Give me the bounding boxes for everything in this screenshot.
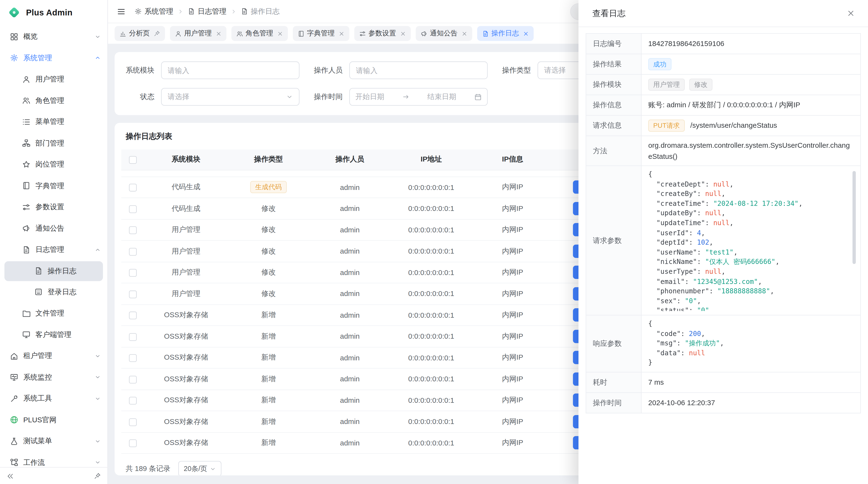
oplog-icon [34, 267, 42, 275]
sidebar-item-label: 客户端管理 [35, 330, 71, 340]
tab-notice[interactable]: 通知公告 [415, 26, 472, 41]
tab-user-management[interactable]: 用户管理 [170, 26, 226, 41]
row-checkbox[interactable] [129, 226, 137, 234]
scrollbar-thumb[interactable] [852, 171, 856, 264]
sidebar-item-login-log[interactable]: 登录日志 [0, 281, 107, 302]
sidebar-pin-icon[interactable] [94, 473, 101, 479]
user-icon [175, 30, 181, 37]
row-checkbox[interactable] [129, 269, 137, 277]
detail-label: 操作信息 [586, 95, 641, 116]
column-header[interactable]: IP地址 [390, 150, 472, 170]
log-icon [22, 246, 30, 254]
sidebar-item-role-management[interactable]: 角色管理 [0, 90, 107, 111]
cell-ip: 0:0:0:0:0:0:0:1 [390, 347, 472, 368]
column-header[interactable]: 操作类型 [227, 150, 310, 170]
row-checkbox[interactable] [129, 376, 137, 383]
detail-label: 操作模块 [586, 74, 641, 95]
sidebar-item-plus-website[interactable]: PLUS官网 [0, 409, 107, 430]
detail-tag: 修改 [689, 78, 712, 91]
filter-operation-time-daterange[interactable]: 开始日期结束日期 [349, 88, 488, 105]
detail-value: 账号: admin / 研发部门 / 0:0:0:0:0:0:0:1 / 内网I… [648, 101, 800, 109]
row-checkbox[interactable] [129, 397, 137, 405]
column-header[interactable]: 系统模块 [145, 150, 227, 170]
hamburger-menu-icon[interactable] [117, 7, 126, 16]
column-header[interactable]: 操作人员 [309, 150, 390, 170]
tab-label: 字典管理 [307, 29, 335, 38]
row-checkbox[interactable] [129, 333, 137, 341]
sidebar-item-system-management[interactable]: 系统管理 [0, 47, 107, 68]
sidebar-item-system-tools[interactable]: 系统工具 [0, 388, 107, 409]
cell-module: OSS对象存储 [145, 304, 227, 326]
column-header[interactable]: IP信息 [472, 150, 553, 170]
page-size-select[interactable]: 20条/页 [178, 461, 222, 476]
client-icon [22, 330, 30, 338]
tab-param-settings[interactable]: 参数设置 [354, 26, 410, 41]
op-type-text: 修改 [261, 225, 276, 233]
row-checkbox[interactable] [129, 418, 137, 426]
close-icon [339, 31, 344, 36]
oplog-icon [482, 30, 489, 37]
sidebar-item-file-management[interactable]: 文件管理 [0, 303, 107, 324]
sidebar-item-post-management[interactable]: 岗位管理 [0, 154, 107, 175]
detail-tag: 成功 [648, 58, 672, 70]
row-checkbox[interactable] [129, 205, 137, 213]
close-icon [400, 31, 406, 36]
tab-analysis[interactable]: 分析页 [115, 26, 165, 41]
sidebar-item-dict-management[interactable]: 字典管理 [0, 175, 107, 196]
row-checkbox[interactable] [129, 312, 137, 319]
filter-field-operation-time: 操作时间开始日期结束日期 [314, 88, 502, 105]
row-checkbox[interactable] [129, 440, 137, 447]
op-type-text: 修改 [261, 268, 276, 276]
overview-icon [10, 33, 18, 41]
cell-ip-info: 内网IP [472, 411, 553, 432]
filter-system-module-input[interactable] [161, 61, 300, 79]
row-checkbox[interactable] [129, 184, 137, 191]
sidebar-item-log-management[interactable]: 日志管理 [0, 239, 107, 260]
sidebar-item-dept-management[interactable]: 部门管理 [0, 133, 107, 154]
app-logo[interactable]: Plus Admin [0, 0, 107, 24]
tab-dict-management[interactable]: 字典管理 [292, 26, 349, 41]
sidebar: Plus Admin 概览系统管理用户管理角色管理菜单管理部门管理岗位管理字典管… [0, 0, 108, 484]
sidebar-item-operation-log[interactable]: 操作日志 [4, 261, 103, 281]
drawer-header: 查看日志 [579, 0, 868, 27]
breadcrumb-item[interactable]: 系统管理 [134, 6, 173, 16]
cell-operator: admin [309, 262, 390, 283]
total-records: 共 189 条记录 [126, 464, 170, 474]
sidebar-item-notice[interactable]: 通知公告 [0, 218, 107, 239]
breadcrumb-item[interactable]: 日志管理 [188, 6, 226, 16]
breadcrumb-separator-icon [178, 9, 183, 14]
log-detail-drawer: 查看日志 日志编号1842781986426159106操作结果成功操作模块用户… [579, 0, 868, 484]
filter-operator-input[interactable] [349, 61, 488, 79]
json-code-block[interactable]: { "createDept": null, "createBy": null, … [648, 170, 854, 311]
collapse-sidebar-icon[interactable] [7, 473, 14, 480]
tab-operation-log[interactable]: 操作日志 [477, 26, 533, 41]
row-checkbox[interactable] [129, 290, 137, 298]
cell-ip-info: 内网IP [472, 240, 553, 262]
op-type-text: 新增 [261, 311, 276, 319]
dict-icon [22, 182, 30, 190]
sidebar-item-test-menu[interactable]: 测试菜单 [0, 430, 107, 452]
sidebar-item-overview[interactable]: 概览 [0, 26, 107, 47]
sidebar-item-menu-management[interactable]: 菜单管理 [0, 111, 107, 132]
filter-status-select[interactable]: 请选择 [161, 88, 300, 105]
select-all-checkbox[interactable] [129, 156, 137, 164]
tab-role-management[interactable]: 角色管理 [231, 26, 288, 41]
breadcrumb-label: 系统管理 [145, 6, 173, 16]
cell-operator: admin [309, 304, 390, 326]
row-checkbox[interactable] [129, 354, 137, 362]
drawer-close-icon[interactable] [847, 9, 855, 17]
oplog-icon [241, 8, 248, 15]
sidebar-item-user-management[interactable]: 用户管理 [0, 69, 107, 90]
breadcrumb-item[interactable]: 操作日志 [241, 6, 280, 16]
sidebar-item-tenant-management[interactable]: 租户管理 [0, 346, 107, 366]
tab-label: 角色管理 [245, 29, 273, 38]
sidebar-item-client-management[interactable]: 客户端管理 [0, 324, 107, 345]
cell-ip: 0:0:0:0:0:0:0:1 [390, 283, 472, 304]
detail-value: 2024-10-06 12:20:37 [648, 399, 715, 407]
cell-ip: 0:0:0:0:0:0:0:1 [390, 219, 472, 240]
settings-icon [22, 203, 30, 211]
sidebar-item-workflow[interactable]: 工作流 [0, 452, 107, 467]
sidebar-item-system-monitor[interactable]: 系统监控 [0, 366, 107, 388]
row-checkbox[interactable] [129, 248, 137, 255]
sidebar-item-param-settings[interactable]: 参数设置 [0, 196, 107, 218]
